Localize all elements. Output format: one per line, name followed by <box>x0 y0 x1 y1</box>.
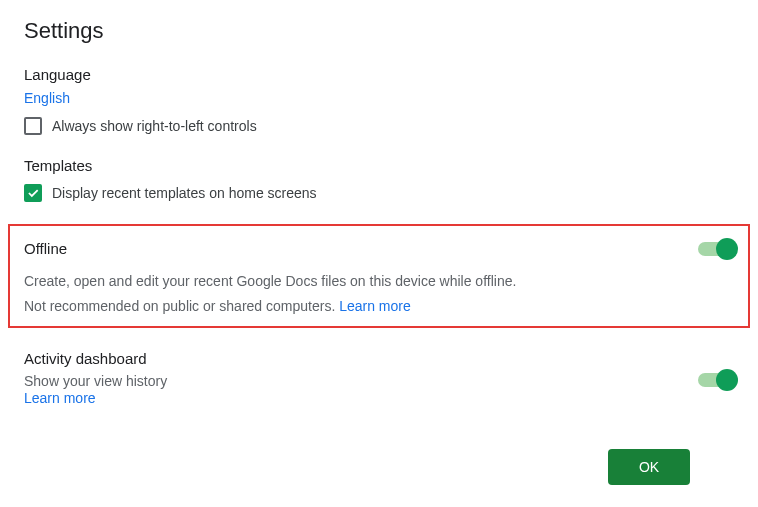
language-heading: Language <box>24 66 734 83</box>
toggle-knob <box>716 369 738 391</box>
activity-learn-more-link[interactable]: Learn more <box>24 390 96 406</box>
offline-desc1: Create, open and edit your recent Google… <box>24 271 734 292</box>
activity-section: Activity dashboard Show your view histor… <box>24 350 734 407</box>
activity-heading: Activity dashboard <box>24 350 167 367</box>
rtl-checkbox-label: Always show right-to-left controls <box>52 118 257 134</box>
templates-section: Templates Display recent templates on ho… <box>24 157 734 202</box>
ok-button[interactable]: OK <box>608 449 690 485</box>
display-recent-checkbox[interactable] <box>24 184 42 202</box>
activity-toggle[interactable] <box>698 373 734 387</box>
offline-section: Offline Create, open and edit your recen… <box>8 224 750 328</box>
page-title: Settings <box>24 18 734 44</box>
offline-learn-more-link[interactable]: Learn more <box>339 298 411 314</box>
toggle-knob <box>716 238 738 260</box>
language-value-link[interactable]: English <box>24 90 70 106</box>
display-recent-label: Display recent templates on home screens <box>52 185 317 201</box>
offline-desc2: Not recommended on public or shared comp… <box>24 298 734 314</box>
activity-subtitle: Show your view history <box>24 373 167 389</box>
language-section: Language English Always show right-to-le… <box>24 66 734 135</box>
offline-heading: Offline <box>24 240 67 257</box>
rtl-checkbox[interactable] <box>24 117 42 135</box>
offline-toggle[interactable] <box>698 242 734 256</box>
templates-heading: Templates <box>24 157 734 174</box>
